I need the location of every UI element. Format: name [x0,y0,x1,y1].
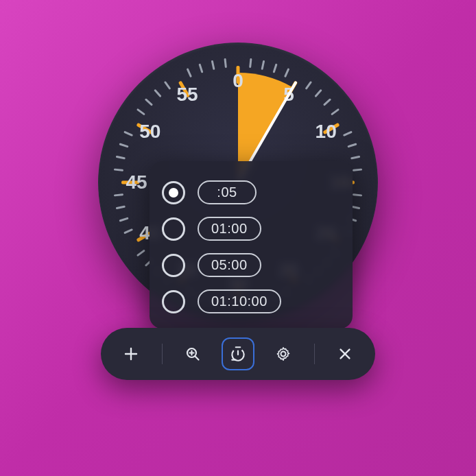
dial-number: 10 [316,121,337,143]
add-button[interactable] [116,339,146,369]
close-button[interactable] [330,339,360,369]
stopwatch-icon [229,345,247,363]
plus-icon [123,346,139,362]
toolbar-separator [162,344,163,364]
zoom-in-button[interactable] [178,339,208,369]
preset-pill[interactable]: 05:00 [198,253,261,277]
preset-pill[interactable]: 01:10:00 [198,289,281,313]
preset-pill[interactable]: :05 [198,180,257,204]
dial-number: 45 [126,171,147,193]
gear-icon [275,346,291,362]
preset-radio[interactable] [162,181,185,204]
preset-row[interactable]: 01:00 [162,217,340,241]
preset-radio[interactable] [162,254,185,277]
preset-radio[interactable] [162,217,185,241]
preset-pill[interactable]: 01:00 [198,217,261,241]
toolbar-separator [314,344,315,364]
lap-presets-popover: :05 01:00 05:00 01:10:00 [150,161,353,329]
dial-number: 55 [176,84,198,106]
dial-number: 0 [233,70,243,92]
preset-row[interactable]: 01:10:00 [162,289,340,313]
preset-row[interactable]: 05:00 [162,253,340,277]
preset-row[interactable]: :05 [162,180,340,204]
control-toolbar [101,328,375,380]
laps-button[interactable] [223,339,253,369]
preset-radio[interactable] [162,290,185,313]
close-icon [337,346,353,361]
zoom-in-icon [185,346,201,362]
settings-button[interactable] [268,339,298,369]
dial-number: 50 [139,121,160,143]
